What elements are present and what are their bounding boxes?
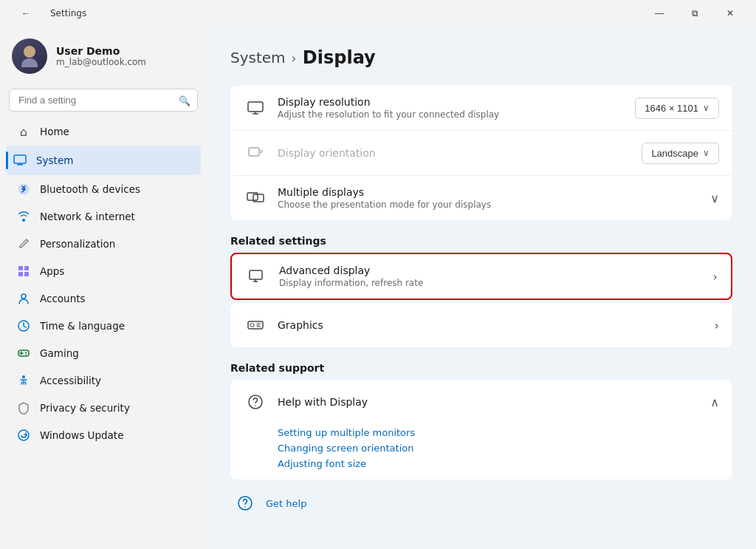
chevron-down-icon: ∨ — [703, 148, 709, 158]
support-links: Setting up multiple monitors Changing sc… — [230, 424, 732, 480]
advanced-display-row[interactable]: Advanced display Display information, re… — [232, 254, 731, 299]
network-icon — [16, 209, 31, 224]
apps-icon — [16, 264, 31, 279]
sidebar-item-personalization[interactable]: Personalization — [6, 231, 201, 257]
sidebar-item-bluetooth[interactable]: Bluetooth & devices — [6, 176, 201, 202]
graphics-label: Graphics — [278, 319, 715, 331]
chevron-up-icon: ∧ — [710, 395, 719, 409]
sidebar-item-label: Accounts — [40, 293, 86, 304]
display-orientation-control: Landscape ∨ — [642, 143, 719, 164]
user-profile[interactable]: User Demo m_lab@outlook.com — [0, 27, 207, 86]
display-settings-card: Display resolution Adjust the resolution… — [230, 86, 732, 220]
display-resolution-text: Display resolution Adjust the resolution… — [278, 96, 635, 120]
breadcrumb-parent[interactable]: System — [230, 49, 286, 67]
svg-rect-5 — [24, 266, 29, 270]
display-orientation-dropdown[interactable]: Landscape ∨ — [642, 143, 719, 164]
get-help-link[interactable]: Get help — [266, 498, 306, 509]
display-resolution-dropdown[interactable]: 1646 × 1101 ∨ — [635, 98, 719, 119]
display-orientation-label: Display orientation — [278, 147, 642, 159]
sidebar-item-accessibility[interactable]: Accessibility — [6, 367, 201, 394]
advanced-display-icon — [245, 265, 269, 288]
gaming-icon — [16, 346, 31, 361]
sidebar: User Demo m_lab@outlook.com 🔍 ⌂ Home — [0, 27, 207, 549]
graphics-icon — [244, 313, 267, 337]
display-resolution-control: 1646 × 1101 ∨ — [635, 98, 719, 119]
display-resolution-row[interactable]: Display resolution Adjust the resolution… — [230, 86, 732, 131]
display-orientation-row[interactable]: Display orientation Landscape ∨ — [230, 131, 732, 176]
help-display-icon — [244, 390, 267, 414]
multiple-displays-desc: Choose the presentation mode for your di… — [278, 200, 710, 210]
titlebar-left: ← Settings — [9, 2, 86, 24]
sidebar-item-update[interactable]: Windows Update — [6, 422, 201, 449]
sidebar-item-label: Network & internet — [40, 211, 135, 222]
svg-rect-6 — [18, 272, 23, 276]
breadcrumb: System › Display — [230, 47, 732, 68]
help-display-label: Help with Display — [278, 396, 368, 408]
avatar — [12, 38, 47, 74]
svg-rect-4 — [18, 266, 23, 270]
user-name: User Demo — [56, 45, 146, 57]
multiple-displays-control: ∨ — [710, 191, 719, 205]
svg-point-8 — [21, 294, 26, 299]
titlebar-title: Settings — [50, 8, 86, 18]
sidebar-search: 🔍 — [9, 89, 198, 112]
svg-rect-17 — [248, 102, 263, 112]
get-help-icon — [233, 491, 257, 515]
titlebar-controls: — ⧉ ✕ — [642, 2, 747, 24]
sidebar-item-home[interactable]: ⌂ Home — [6, 118, 201, 145]
display-resolution-desc: Adjust the resolution to fit your connec… — [278, 109, 635, 120]
multiple-displays-icon — [244, 186, 267, 210]
minimize-button[interactable]: — — [642, 2, 676, 24]
sidebar-item-label: Apps — [40, 265, 64, 277]
restore-button[interactable]: ⧉ — [678, 2, 712, 24]
sidebar-item-label: Privacy & security — [40, 402, 130, 414]
svg-rect-7 — [24, 272, 29, 276]
sidebar-item-apps[interactable]: Apps — [6, 258, 201, 284]
help-display-header[interactable]: Help with Display ∧ — [230, 380, 732, 424]
system-icon — [13, 153, 27, 168]
svg-rect-23 — [250, 270, 262, 279]
close-button[interactable]: ✕ — [713, 2, 747, 24]
chevron-right-icon: › — [715, 318, 719, 333]
display-orientation-text: Display orientation — [278, 147, 642, 159]
svg-point-15 — [22, 375, 25, 378]
svg-rect-0 — [14, 155, 26, 163]
update-icon — [16, 428, 31, 443]
accessibility-icon — [16, 373, 31, 388]
active-bar — [6, 151, 8, 169]
content-area: System › Display Display resolution Adju… — [207, 27, 756, 549]
user-info: User Demo m_lab@outlook.com — [56, 45, 146, 67]
back-button[interactable]: ← — [9, 2, 43, 24]
sidebar-item-label: Accessibility — [40, 375, 101, 386]
svg-point-34 — [244, 506, 246, 508]
support-link-monitors[interactable]: Setting up multiple monitors — [278, 427, 719, 438]
sidebar-item-system[interactable]: System — [6, 146, 201, 175]
privacy-icon — [16, 400, 31, 415]
sidebar-item-gaming[interactable]: Gaming — [6, 340, 201, 366]
titlebar: ← Settings — ⧉ ✕ — [0, 0, 756, 27]
graphics-row[interactable]: Graphics › — [230, 303, 732, 347]
svg-point-16 — [18, 430, 29, 440]
support-link-orientation[interactable]: Changing screen orientation — [278, 443, 719, 454]
display-resolution-value: 1646 × 1101 — [645, 103, 698, 114]
advanced-display-text: Advanced display Display information, re… — [279, 265, 713, 288]
svg-point-13 — [25, 352, 27, 353]
chevron-down-icon: ∨ — [703, 103, 709, 113]
graphics-text: Graphics — [278, 319, 715, 331]
support-link-font[interactable]: Adjusting font size — [278, 458, 719, 469]
display-orientation-value: Landscape — [651, 148, 698, 159]
sidebar-item-label: Windows Update — [40, 429, 123, 441]
sidebar-item-accounts[interactable]: Accounts — [6, 285, 201, 312]
search-input[interactable] — [9, 89, 198, 112]
help-display-card: Help with Display ∧ Setting up multiple … — [230, 380, 732, 480]
advanced-display-card: Advanced display Display information, re… — [230, 253, 732, 300]
chevron-right-icon: › — [713, 270, 718, 284]
sidebar-item-label: Gaming — [40, 347, 79, 359]
related-settings-header: Related settings — [230, 235, 732, 247]
sidebar-item-time[interactable]: Time & language — [6, 313, 201, 339]
sidebar-item-network[interactable]: Network & internet — [6, 203, 201, 230]
graphics-card: Graphics › — [230, 303, 732, 347]
sidebar-item-privacy[interactable]: Privacy & security — [6, 395, 201, 421]
multiple-displays-row[interactable]: Multiple displays Choose the presentatio… — [230, 176, 732, 220]
related-support-header: Related support — [230, 362, 732, 374]
